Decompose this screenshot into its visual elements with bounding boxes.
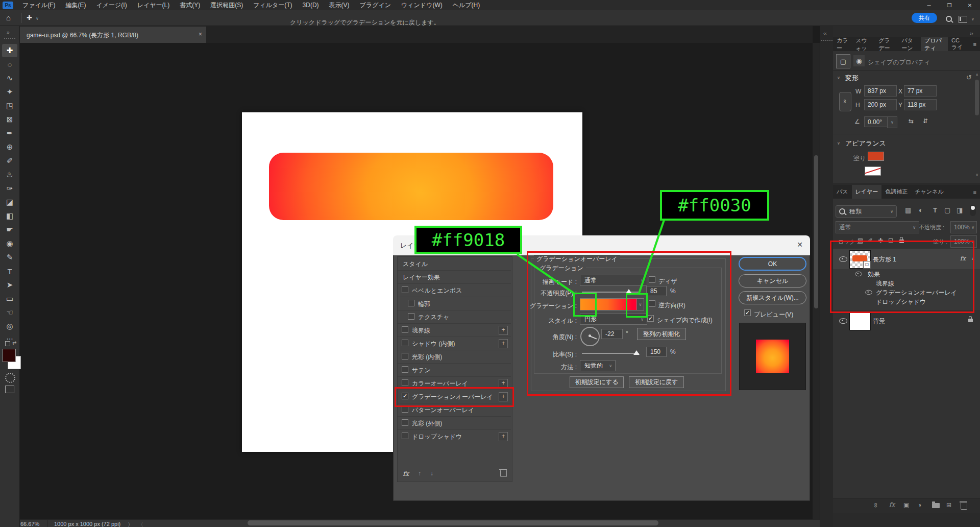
delete-effect-trash-icon[interactable]	[500, 470, 507, 477]
menu-edit[interactable]: 編集(E)	[60, 0, 91, 10]
properties-scrollbar-thumb[interactable]	[975, 80, 979, 115]
style-row-drop-shadow[interactable]: ドロップシャドウ+	[398, 429, 511, 443]
height-field[interactable]: 200 px	[864, 99, 897, 110]
add-layer-style-fx-icon[interactable]: fx	[889, 501, 895, 508]
lasso-tool[interactable]: ∿	[2, 71, 17, 85]
filter-adjustment-icon[interactable]: ◐	[919, 206, 923, 214]
flip-horizontal-icon[interactable]: ⇆	[909, 117, 914, 125]
hand-tool[interactable]: ☜	[2, 306, 17, 319]
blend-mode-select-layers[interactable]: 通常∨	[836, 221, 919, 233]
toolbar-expand-icon[interactable]: »	[7, 30, 10, 35]
inner-shadow-checkbox[interactable]	[402, 340, 408, 346]
document-tab[interactable]: game-ui.psd @ 66.7% (長方形 1, RGB/8) ×	[19, 27, 206, 43]
document-close-icon[interactable]: ×	[199, 31, 202, 38]
style-row-satin[interactable]: サテン	[398, 363, 511, 377]
rectangle-tool[interactable]: ▭	[2, 292, 17, 305]
add-mask-icon[interactable]: ▣	[903, 501, 909, 509]
move-effect-down-icon[interactable]: ↓	[430, 470, 433, 477]
filter-smart-object-icon[interactable]: ◨	[957, 206, 963, 214]
tab-paths[interactable]: パス	[833, 185, 852, 199]
move-tool[interactable]: ✚	[2, 44, 17, 57]
horizontal-scrollbar-thumb[interactable]	[248, 520, 658, 525]
default-colors-icon[interactable]	[5, 341, 10, 346]
properties-scroll-down-icon[interactable]: ∨	[975, 173, 978, 177]
new-layer-icon[interactable]: ⊞	[946, 501, 951, 509]
mask-properties-icon[interactable]: ◉	[853, 55, 865, 66]
menu-file[interactable]: ファイル(F)	[17, 0, 60, 10]
preview-checkbox[interactable]: ✓	[744, 309, 751, 316]
new-style-button[interactable]: 新規スタイル(W)...	[739, 291, 806, 304]
link-dimensions-icon[interactable]: ∞	[839, 92, 851, 111]
drop-shadow-checkbox[interactable]	[402, 433, 408, 439]
menu-type[interactable]: 書式(Y)	[175, 0, 205, 10]
style-row-stroke[interactable]: 境界線+	[398, 323, 511, 337]
toolbar-grip[interactable]	[4, 38, 15, 41]
background-layer-name[interactable]: 背景	[873, 317, 885, 326]
path-selection-tool[interactable]: ➤	[2, 278, 17, 292]
link-layers-icon[interactable]: ∞	[872, 503, 880, 508]
drop-shadow-add-icon[interactable]: +	[499, 432, 508, 441]
layers-opacity-field[interactable]: 100%∨	[950, 221, 977, 233]
texture-checkbox[interactable]	[408, 313, 414, 320]
history-brush-tool[interactable]: ✑	[2, 182, 17, 195]
filter-type-icon[interactable]: T	[933, 206, 937, 214]
eyedropper-tool[interactable]: ✒	[2, 127, 17, 140]
background-thumbnail[interactable]	[849, 312, 871, 330]
gradient-rectangle-shape[interactable]	[269, 153, 553, 220]
tab-channels[interactable]: チャンネル	[911, 185, 947, 199]
clone-stamp-tool[interactable]: ♨	[2, 168, 17, 181]
status-prev-icon[interactable]: 〈	[138, 521, 143, 527]
tab-patterns[interactable]: パターン	[898, 37, 921, 51]
crop-tool[interactable]: ◳	[2, 99, 17, 112]
y-field[interactable]: 118 px	[904, 99, 937, 110]
stroke-checkbox[interactable]	[402, 326, 408, 333]
move-effect-up-icon[interactable]: ↑	[418, 470, 421, 477]
frame-tool[interactable]: ⊠	[2, 113, 17, 126]
filter-shape-icon[interactable]: ▢	[944, 206, 950, 214]
width-field[interactable]: 837 px	[864, 85, 897, 97]
menu-image[interactable]: イメージ(I)	[91, 0, 132, 10]
tool-preset-chevron-icon[interactable]: ∨	[36, 16, 39, 21]
style-row-inner-glow[interactable]: 光彩 (内側)	[398, 350, 511, 364]
menu-window[interactable]: ウィンドウ(W)	[396, 0, 448, 10]
ok-button[interactable]: OK	[739, 257, 806, 271]
tab-cc-libraries[interactable]: CC ライ	[948, 37, 970, 51]
spot-healing-tool[interactable]: ⊕	[2, 140, 17, 154]
tab-color[interactable]: カラー	[833, 37, 852, 51]
minimize-button[interactable]: ─	[919, 0, 939, 10]
properties-scroll-up-icon[interactable]: ∧	[975, 73, 978, 77]
outer-glow-checkbox[interactable]	[402, 419, 408, 426]
screen-mode-icon[interactable]	[5, 386, 14, 393]
restore-button[interactable]: ❐	[939, 0, 960, 10]
close-window-button[interactable]: ✕	[960, 0, 980, 10]
add-adjustment-icon[interactable]: ◑	[918, 501, 921, 509]
style-row-inner-shadow[interactable]: シャドウ (内側)+	[398, 337, 511, 350]
gradient-tool[interactable]: ◧	[2, 209, 17, 223]
color-overlay-checkbox[interactable]	[402, 379, 408, 386]
rotation-chevron-icon[interactable]: ∨	[887, 116, 897, 128]
brush-tool[interactable]: ✐	[2, 154, 17, 167]
style-row-texture[interactable]: テクスチャ	[398, 310, 511, 324]
tab-adjustments[interactable]: 色調補正	[881, 185, 911, 199]
zoom-tool[interactable]: ◎	[2, 320, 17, 333]
x-field[interactable]: 77 px	[904, 85, 937, 97]
menu-select[interactable]: 選択範囲(S)	[205, 0, 248, 10]
menu-help[interactable]: ヘルプ(H)	[448, 0, 485, 10]
satin-checkbox[interactable]	[402, 366, 408, 373]
current-tool-icon[interactable]: ✚	[27, 14, 32, 21]
transform-section-chevron-icon[interactable]: ∨	[837, 76, 840, 80]
cancel-button[interactable]: キャンセル	[739, 274, 806, 288]
eraser-tool[interactable]: ◪	[2, 196, 17, 209]
workspace-chevron-icon[interactable]: ∨	[971, 17, 974, 21]
search-icon[interactable]	[946, 16, 952, 22]
menu-layer[interactable]: レイヤー(L)	[132, 0, 175, 10]
dodge-tool[interactable]: ◉	[2, 237, 17, 250]
layer-filter-select[interactable]: 種類 ∨	[836, 205, 897, 218]
dialog-close-icon[interactable]: ✕	[797, 241, 803, 249]
tab-gradients[interactable]: グラデー	[875, 37, 898, 51]
foreground-color-swatch[interactable]	[3, 349, 16, 362]
status-next-icon[interactable]: 〉	[128, 521, 133, 527]
filter-pixel-icon[interactable]: ▦	[905, 206, 911, 214]
style-row-styles[interactable]: スタイル	[398, 257, 511, 271]
filter-toggle-switch[interactable]	[970, 205, 976, 216]
